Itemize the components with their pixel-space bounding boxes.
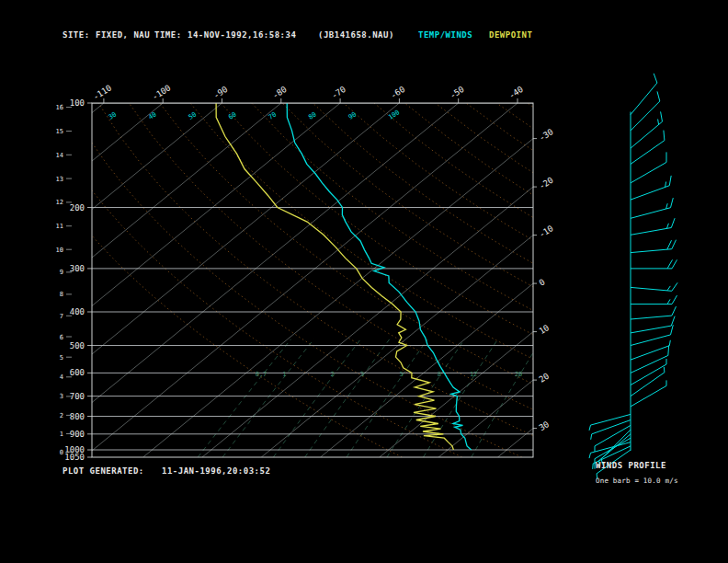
dry-adiabat-line bbox=[466, 103, 728, 457]
mixing-ratio-label: 8 bbox=[438, 371, 441, 378]
dry-adiabat-line bbox=[404, 103, 728, 457]
right-temp-label: 0 bbox=[538, 277, 547, 287]
mixing-ratio-label: 0.7 bbox=[256, 371, 267, 378]
wind-barb bbox=[631, 218, 675, 235]
right-temp-label: 20 bbox=[538, 371, 552, 384]
plot-frame bbox=[92, 103, 533, 457]
dry-adiabat-line bbox=[68, 103, 522, 457]
mixing-ratio-label: 20 bbox=[515, 371, 522, 378]
dry-adiabat-line bbox=[496, 103, 728, 457]
plot-generated-label: PLOT GENERATED: bbox=[63, 466, 144, 476]
isotherm-line bbox=[84, 103, 518, 457]
adiabat-label: 80 bbox=[307, 110, 317, 121]
pressure-label: 600 bbox=[70, 368, 85, 377]
height-label: 16 bbox=[56, 104, 63, 111]
adiabat-label: 60 bbox=[227, 110, 237, 121]
wind-barb bbox=[631, 111, 663, 148]
mixing-ratio-line bbox=[273, 339, 360, 457]
mixing-ratio-label: 3 bbox=[360, 371, 364, 378]
isotherm-line bbox=[143, 103, 577, 457]
dry-adiabat-line bbox=[221, 103, 728, 457]
dry-adiabat-line bbox=[6, 103, 402, 457]
adiabat-label: 30 bbox=[108, 110, 118, 121]
isotherm-line bbox=[380, 103, 728, 457]
isotherm-line bbox=[438, 103, 728, 457]
temperature-trace bbox=[287, 103, 472, 450]
right-temp-label: -20 bbox=[538, 176, 555, 191]
top-temp-label: -90 bbox=[211, 85, 229, 100]
dry-adiabat-line bbox=[98, 103, 582, 457]
wind-barb bbox=[631, 259, 677, 269]
dry-adiabat-line bbox=[190, 103, 728, 457]
pressure-label: 900 bbox=[70, 430, 85, 439]
top-temp-label: -100 bbox=[151, 83, 173, 101]
isotherm-line bbox=[0, 103, 163, 457]
height-label: 7 bbox=[60, 313, 63, 320]
dry-adiabat-line bbox=[374, 103, 728, 457]
wind-barb bbox=[631, 198, 673, 218]
isotherm-line bbox=[0, 103, 104, 457]
pressure-label: 300 bbox=[70, 264, 85, 273]
winds-profile bbox=[589, 74, 677, 479]
wind-barb bbox=[631, 295, 677, 304]
adiabat-label: 40 bbox=[147, 110, 157, 121]
plot-generated-value: 11-JAN-1996,20:03:52 bbox=[162, 466, 270, 476]
dewpoint-trace bbox=[216, 103, 453, 450]
dry-adiabat-line bbox=[436, 103, 728, 457]
dry-adiabat-line bbox=[588, 103, 728, 457]
pressure-label: 1050 bbox=[64, 453, 85, 462]
height-label: 14 bbox=[56, 152, 63, 159]
winds-profile-title: WINDS PROFILE bbox=[596, 461, 666, 470]
right-temp-label: -30 bbox=[538, 127, 555, 143]
height-label: 10 bbox=[56, 247, 63, 254]
mixing-ratio-line bbox=[347, 339, 427, 457]
dry-adiabat-line bbox=[160, 103, 702, 457]
mixing-ratio-label: 5 bbox=[399, 371, 403, 378]
height-label: 2 bbox=[60, 412, 63, 419]
wind-barb bbox=[631, 240, 677, 253]
height-label: 12 bbox=[56, 199, 63, 206]
height-label: 9 bbox=[60, 269, 63, 276]
height-label: 8 bbox=[60, 291, 63, 298]
wind-barb bbox=[631, 325, 673, 345]
wind-barb bbox=[631, 380, 666, 407]
mixing-ratio-line bbox=[472, 339, 541, 457]
mixing-ratio-label: 2 bbox=[330, 371, 334, 378]
top-temp-label: -60 bbox=[389, 85, 406, 100]
dry-adiabat-line bbox=[252, 103, 728, 457]
dry-adiabat-line bbox=[37, 103, 461, 457]
pressure-label: 400 bbox=[70, 307, 85, 316]
height-label: 11 bbox=[56, 223, 63, 230]
adiabat-label: 70 bbox=[267, 110, 278, 121]
top-temp-label: -40 bbox=[507, 85, 525, 100]
mixing-ratio-label: 12 bbox=[470, 371, 477, 378]
dry-adiabat-line bbox=[282, 103, 728, 457]
wind-barb bbox=[631, 306, 677, 319]
mixing-ratio-label: 1 bbox=[282, 371, 286, 378]
height-label: 4 bbox=[60, 373, 63, 381]
adiabat-label: 90 bbox=[347, 110, 358, 121]
height-label: 3 bbox=[60, 393, 63, 400]
wind-barb bbox=[631, 282, 677, 291]
dry-adiabat-line bbox=[558, 103, 728, 457]
mixing-ratio-line bbox=[222, 339, 313, 457]
pressure-label: 500 bbox=[70, 341, 85, 350]
top-temp-label: -50 bbox=[449, 85, 466, 100]
pressure-label: 100 bbox=[70, 98, 85, 108]
pressure-label: 800 bbox=[70, 412, 85, 421]
adiabat-label: 100 bbox=[387, 109, 401, 121]
height-label: 6 bbox=[60, 334, 63, 341]
winds-barb-legend: One barb = 10.0 m/s bbox=[596, 477, 678, 485]
top-temp-label: -70 bbox=[330, 85, 347, 100]
height-label: 0 bbox=[60, 449, 63, 456]
dry-adiabat-line bbox=[650, 103, 728, 457]
height-label: 13 bbox=[56, 176, 63, 183]
top-temp-label: -110 bbox=[91, 83, 113, 101]
isotherm-line bbox=[498, 103, 728, 457]
adiabat-label: 50 bbox=[188, 110, 198, 121]
top-temp-label: -80 bbox=[271, 85, 289, 100]
axis-labels: -110-100-90-80-70-60-50-40-30-20-1001020… bbox=[56, 83, 555, 462]
dry-adiabat-line bbox=[528, 103, 728, 457]
pressure-label: 200 bbox=[70, 203, 85, 213]
dry-adiabat-line bbox=[680, 103, 728, 457]
